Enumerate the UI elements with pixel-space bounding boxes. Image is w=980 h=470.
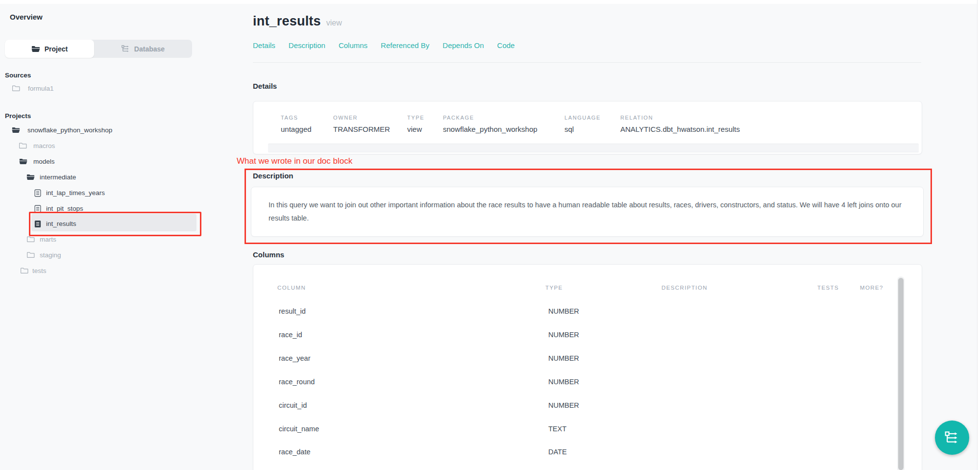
sidebar-item-marts[interactable]: marts [0,234,230,246]
lineage-graph-button[interactable] [935,421,969,455]
folder-closed-icon [27,251,35,258]
top-window-strip [0,0,980,4]
folder-closed-icon [19,142,27,149]
sidebar-item-int_pit_stops[interactable]: int_pit_stops [0,203,230,215]
columns-scrollbar-track[interactable] [897,276,905,470]
folder-closed-icon [27,236,35,243]
page-title: int_results [253,14,321,29]
tab-bar: Details Description Columns Referenced B… [253,41,514,49]
toggle-database-button[interactable]: Database [94,40,192,58]
col-header-more: MORE? [860,285,883,291]
tab-description[interactable]: Description [289,41,325,49]
projects-heading: Projects [5,112,31,120]
tab-code[interactable]: Code [497,41,515,49]
page-scrollbar-area[interactable] [977,0,980,470]
page-title-row: int_results view [253,14,342,29]
toggle-project-button[interactable]: Project [5,40,94,58]
col-header-tests: TESTS [817,285,839,291]
file-icon [34,205,41,213]
lineage-tree-icon [122,45,130,52]
sidebar-item-tests[interactable]: tests [0,266,230,277]
description-card: In this query we want to join out other … [251,187,924,237]
annotation-text: What we wrote in our doc block [237,156,352,166]
tab-details[interactable]: Details [253,41,275,49]
sidebar-item-intermediate[interactable]: intermediate [0,172,230,184]
folder-closed-icon [21,267,28,274]
sidebar-item-staging[interactable]: staging [0,250,230,262]
details-horizontal-scrollbar[interactable] [268,144,919,152]
folder-open-icon [26,173,35,180]
columns-card: COLUMN TYPE DESCRIPTION TESTS MORE? resu… [253,264,922,470]
folder-closed-icon [12,85,20,92]
details-section-heading: Details [253,82,277,90]
file-icon [34,189,41,197]
description-section-heading: Description [253,172,294,180]
sources-heading: Sources [5,72,31,79]
overview-heading: Overview [10,13,43,21]
header-divider [253,62,921,63]
columns-scrollbar-thumb[interactable] [898,278,904,470]
tab-depends-on[interactable]: Depends On [442,41,484,49]
folder-open-icon [19,158,27,165]
col-header-description: DESCRIPTION [662,285,708,291]
sidebar-item-int_lap_times_years[interactable]: int_lap_times_years [0,188,230,199]
sidebar-item-snowflake_python_workshop[interactable]: snowflake_python_workshop [0,125,230,137]
description-text: In this query we want to join out other … [269,198,906,225]
view-toggle: Project Database [5,40,192,58]
sidebar-item-macros[interactable]: macros [0,141,230,152]
sidebar-item-models[interactable]: models [0,156,230,168]
toggle-database-label: Database [134,45,165,53]
sidebar-item-int_results[interactable]: int_results [0,219,230,230]
toggle-project-label: Project [45,45,68,53]
folder-open-icon [12,126,20,133]
tab-columns[interactable]: Columns [339,41,368,49]
columns-section-heading: Columns [253,250,284,259]
tab-referenced-by[interactable]: Referenced By [381,41,429,49]
col-header-column: COLUMN [277,285,306,291]
sidebar-item-formula1[interactable]: formula1 [0,83,230,95]
source-label: formula1 [28,85,54,92]
lineage-graph-icon [945,431,959,444]
col-header-type: TYPE [545,285,563,291]
folder-open-icon [31,45,40,52]
details-card: TAGS untagged OWNER TRANSFORMER TYPE vie… [253,101,922,154]
materialization-badge: view [326,19,342,27]
file-filled-icon [34,220,41,228]
